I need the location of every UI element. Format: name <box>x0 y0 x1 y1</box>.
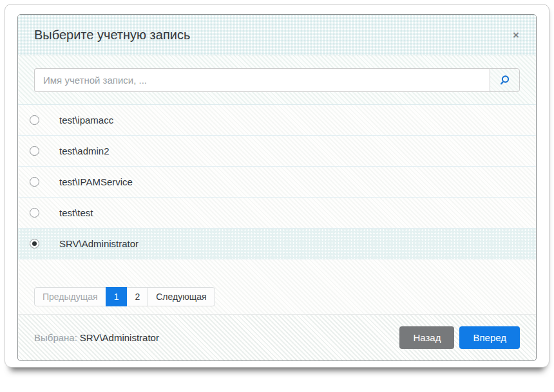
account-list: test\ipamacc test\admin2 test\IPAMServic… <box>18 105 536 259</box>
account-row-admin2[interactable]: test\admin2 <box>18 136 536 167</box>
search-section <box>18 55 536 105</box>
account-select-dialog: Выберите учетную запись × test\ipamacc t… <box>17 14 537 361</box>
radio-button[interactable] <box>30 115 39 125</box>
selected-value: SRV\Administrator <box>80 332 159 343</box>
back-button[interactable]: Назад <box>399 326 454 349</box>
account-label: test\ipamacc <box>59 115 113 126</box>
radio-button[interactable] <box>30 146 39 156</box>
account-label: SRV\Administrator <box>59 238 138 249</box>
search-icon <box>499 75 510 86</box>
radio-button[interactable] <box>30 177 39 187</box>
account-label: test\IPAMService <box>59 176 133 187</box>
dialog-header: Выберите учетную запись × <box>18 15 536 55</box>
close-icon[interactable]: × <box>509 27 523 43</box>
pagination-page-1[interactable]: 1 <box>106 287 128 306</box>
search-input[interactable] <box>34 68 490 92</box>
account-label: test\test <box>59 207 93 218</box>
pagination-page-2[interactable]: 2 <box>126 287 148 306</box>
page-title: Выберите учетную запись <box>34 28 509 42</box>
radio-button[interactable] <box>30 208 39 218</box>
pagination: Предыдущая 1 2 Следующая <box>18 287 536 306</box>
list-spacer <box>18 259 536 287</box>
dialog-footer: Выбрана:SRV\Administrator Назад Вперед <box>18 314 536 360</box>
pagination-next[interactable]: Следующая <box>148 287 215 306</box>
search-button[interactable] <box>490 68 520 92</box>
search-input-group <box>34 68 520 92</box>
account-row-administrator[interactable]: SRV\Administrator <box>18 229 536 259</box>
pagination-previous[interactable]: Предыдущая <box>34 287 106 306</box>
selected-label: Выбрана: <box>34 332 77 343</box>
forward-button[interactable]: Вперед <box>459 326 520 349</box>
account-row-ipamacc[interactable]: test\ipamacc <box>18 105 536 136</box>
radio-button-checked[interactable] <box>30 239 39 248</box>
account-row-ipamservice[interactable]: test\IPAMService <box>18 167 536 198</box>
selected-account-status: Выбрана:SRV\Administrator <box>34 332 399 343</box>
account-row-test[interactable]: test\test <box>18 198 536 229</box>
account-label: test\admin2 <box>59 145 110 156</box>
